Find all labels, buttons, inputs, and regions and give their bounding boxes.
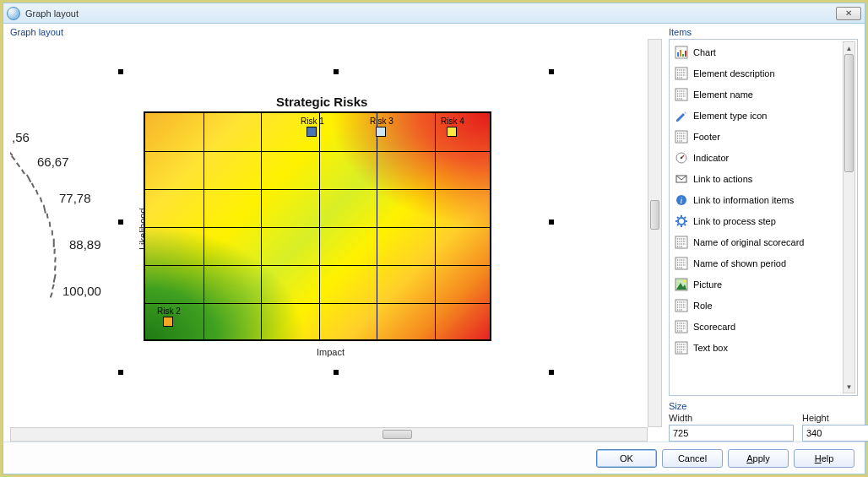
content: Graph layout	[3, 24, 865, 474]
pencil-icon	[675, 109, 688, 122]
selection-handle[interactable]	[334, 69, 339, 74]
selection-handle[interactable]	[549, 220, 554, 225]
text-grid-icon	[675, 299, 688, 312]
svg-point-26	[684, 279, 686, 282]
selection-handle[interactable]	[334, 370, 339, 375]
selection-handle[interactable]	[549, 370, 554, 375]
risk-label: Risk 4	[441, 117, 464, 126]
list-item[interactable]: Name of original scorecard	[671, 231, 843, 252]
list-item[interactable]: Element type icon	[671, 105, 843, 126]
list-item-label: Link to information items	[693, 195, 794, 205]
list-item-label: Element type icon	[693, 111, 767, 121]
items-label: Items	[669, 27, 858, 37]
list-item-label: Link to process step	[693, 216, 776, 226]
risk-marker-3[interactable]	[376, 127, 386, 137]
gauge-tick-label: 88,89	[69, 237, 101, 252]
list-item-label: Element description	[693, 68, 775, 79]
list-item[interactable]: Link to actions	[671, 168, 843, 189]
info-icon: i	[675, 193, 688, 207]
graph-layout-window: Graph layout ✕ Graph layout	[3, 3, 865, 474]
list-item[interactable]: Picture	[671, 274, 843, 295]
risk-label: Risk 1	[301, 117, 324, 126]
window-title: Graph layout	[25, 8, 836, 19]
selection-handle[interactable]	[549, 69, 554, 74]
height-input[interactable]	[802, 425, 868, 442]
envelope-icon	[675, 172, 688, 186]
chart-title: Strategic Risks	[276, 95, 367, 109]
svg-rect-4	[685, 51, 686, 57]
scrollbar-thumb[interactable]	[844, 54, 854, 172]
list-item[interactable]: Element description	[671, 62, 843, 84]
titlebar[interactable]: Graph layout ✕	[3, 3, 865, 24]
list-item-label: Picture	[693, 279, 722, 290]
list-item-label: Indicator	[693, 153, 729, 163]
text-grid-icon	[675, 320, 688, 333]
horizontal-scrollbar[interactable]	[10, 427, 648, 442]
svg-point-9	[681, 156, 682, 158]
size-label: Size	[669, 401, 858, 411]
list-item[interactable]: Text box	[671, 337, 843, 358]
gauge-tick-label: 100,00	[62, 284, 101, 298]
gauge-tick-label: 77,78	[59, 191, 91, 205]
risk-marker-1[interactable]	[307, 127, 317, 137]
text-grid-icon	[675, 236, 688, 249]
svg-text:i: i	[681, 196, 683, 205]
picture-icon	[675, 278, 688, 291]
gauge-tick-label: ,56	[12, 130, 30, 144]
canvas[interactable]: ,56 66,67 77,78 88,89 100,00	[10, 39, 648, 427]
canvas-label: Graph layout	[10, 27, 662, 37]
canvas-wrap: ,56 66,67 77,78 88,89 100,00	[10, 39, 662, 442]
app-icon	[7, 7, 20, 20]
gauge-tick-label: 66,67	[37, 154, 69, 169]
list-item[interactable]: Indicator	[671, 147, 843, 168]
svg-line-20	[677, 224, 679, 225]
height-label: Height	[802, 413, 868, 423]
risk-heatmap[interactable]: Risk 1 Risk 3 Risk 4 Risk 2	[144, 111, 491, 341]
x-axis-label: Impact	[317, 347, 344, 357]
vertical-scrollbar[interactable]	[648, 39, 662, 427]
svg-line-19	[685, 224, 686, 225]
items-scrollbar[interactable]: ▲ ▼	[843, 41, 855, 393]
svg-rect-3	[682, 54, 684, 57]
ok-button[interactable]: OK	[596, 449, 657, 468]
risk-label: Risk 2	[157, 306, 181, 316]
risk-marker-4[interactable]	[447, 127, 457, 137]
list-item-label: Element name	[693, 89, 753, 100]
width-input[interactable]	[669, 425, 794, 442]
width-label: Width	[669, 413, 794, 423]
gauge-icon	[675, 151, 688, 165]
scroll-up-icon[interactable]: ▲	[844, 42, 854, 54]
svg-line-18	[677, 217, 679, 219]
selection-handle[interactable]	[118, 370, 123, 375]
list-item[interactable]: Name of shown period	[671, 252, 843, 274]
list-item[interactable]: Link to process step	[671, 210, 843, 231]
list-item[interactable]: Element name	[671, 84, 843, 105]
close-button[interactable]: ✕	[836, 7, 861, 20]
list-item-label: Chart	[693, 47, 716, 57]
risk-marker-2[interactable]	[163, 317, 173, 327]
text-grid-icon	[675, 67, 688, 80]
list-item-label: Name of original scorecard	[693, 237, 804, 247]
list-item[interactable]: Scorecard	[671, 316, 843, 337]
list-item[interactable]: iLink to information items	[671, 189, 843, 210]
list-item[interactable]: Role	[671, 295, 843, 316]
list-item[interactable]: Footer	[671, 126, 843, 147]
text-grid-icon	[675, 130, 688, 144]
dialog-footer: OK Cancel Apply Help	[3, 442, 865, 474]
svg-rect-2	[680, 50, 681, 57]
apply-button[interactable]: Apply	[728, 449, 789, 468]
selection-handle[interactable]	[118, 69, 123, 74]
list-item-label: Scorecard	[693, 322, 735, 332]
scroll-down-icon[interactable]: ▼	[844, 381, 854, 393]
cancel-button[interactable]: Cancel	[662, 449, 723, 468]
chart-icon	[675, 46, 688, 59]
scrollbar-thumb[interactable]	[650, 200, 659, 230]
gear-icon	[675, 214, 688, 228]
scrollbar-thumb[interactable]	[382, 430, 412, 439]
selection-handle[interactable]	[118, 220, 123, 225]
items-list: ChartElement descriptionElement nameElem…	[669, 39, 858, 396]
text-grid-icon	[675, 88, 688, 101]
list-item[interactable]: Chart	[671, 41, 843, 62]
help-button[interactable]: Help	[794, 449, 854, 468]
list-item-label: Name of shown period	[693, 258, 786, 268]
